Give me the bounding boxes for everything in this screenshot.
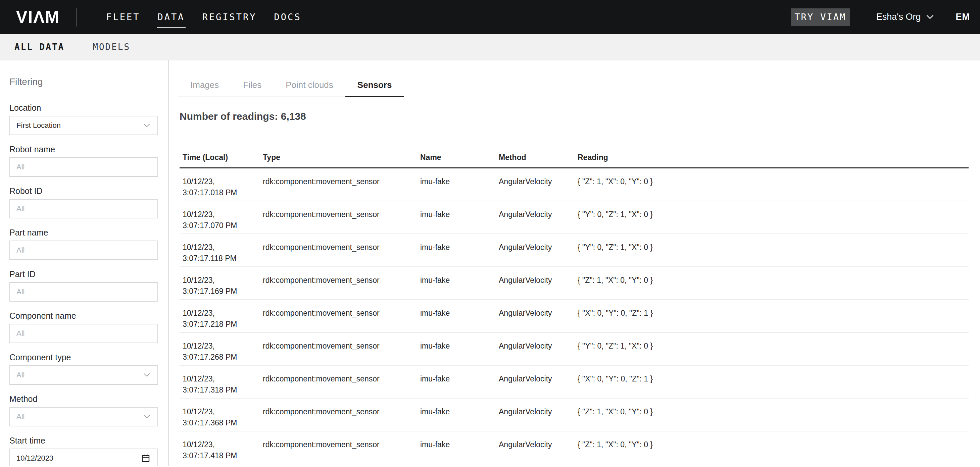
filter-sidebar: Filtering Location First Location Robot …	[0, 60, 169, 466]
part-id-label: Part ID	[10, 269, 159, 279]
sensor-readings-table: Time (Local) Type Name Method Reading 10…	[180, 144, 969, 464]
robot-id-input[interactable]	[10, 199, 158, 218]
cell-time: 10/12/23, 3:07:17.268 PM	[180, 340, 263, 363]
component-name-label: Component name	[10, 311, 159, 321]
cell-name: imu-fake	[420, 439, 499, 450]
table-row: 10/12/23, 3:07:17.368 PM rdk:component:m…	[180, 399, 969, 431]
cell-method: AngularVelocity	[499, 308, 578, 319]
table-body: 10/12/23, 3:07:17.018 PM rdk:component:m…	[180, 168, 969, 464]
cell-method: AngularVelocity	[499, 209, 578, 220]
field-method: Method All	[10, 394, 159, 426]
tab-point-clouds[interactable]: Point clouds	[274, 80, 345, 97]
readings-label: Number of readings:	[180, 111, 278, 122]
top-nav: VIΛM FLEET DATA REGISTRY DOCS TRY VIAM E…	[0, 0, 980, 34]
part-id-input[interactable]	[10, 282, 158, 302]
org-name: Esha's Org	[876, 12, 921, 22]
cell-name: imu-fake	[420, 340, 499, 352]
cell-type: rdk:component:movement_sensor	[263, 275, 420, 286]
cell-reading: { "X": 0, "Y": 0, "Z": 1 }	[578, 308, 969, 319]
cell-type: rdk:component:movement_sensor	[263, 340, 420, 352]
field-robot-name: Robot name	[10, 145, 159, 177]
cell-reading: { "Y": 0, "Z": 1, "X": 0 }	[578, 242, 969, 253]
primary-nav: FLEET DATA REGISTRY DOCS	[106, 12, 301, 22]
method-select[interactable]: All	[10, 407, 158, 426]
tab-images[interactable]: Images	[178, 80, 231, 97]
table-row: 10/12/23, 3:07:17.218 PM rdk:component:m…	[180, 300, 969, 333]
column-header-type: Type	[263, 153, 420, 162]
nav-item-data[interactable]: DATA	[158, 12, 185, 22]
tab-all-data[interactable]: ALL DATA	[14, 42, 64, 52]
table-row: 10/12/23, 3:07:17.169 PM rdk:component:m…	[180, 267, 969, 300]
location-select[interactable]: First Location	[10, 116, 158, 135]
cell-reading: { "Z": 1, "X": 0, "Y": 0 }	[578, 439, 969, 450]
cell-time: 10/12/23, 3:07:17.070 PM	[180, 209, 263, 231]
robot-name-input[interactable]	[10, 157, 158, 177]
cell-method: AngularVelocity	[499, 439, 578, 450]
cell-time: 10/12/23, 3:07:17.218 PM	[180, 308, 263, 330]
avatar[interactable]: EM	[956, 12, 970, 22]
table-row: 10/12/23, 3:07:17.070 PM rdk:component:m…	[180, 201, 969, 234]
nav-divider	[76, 8, 77, 27]
data-type-tabs: Images Files Point clouds Sensors	[178, 80, 969, 97]
tab-models[interactable]: MODELS	[92, 42, 130, 52]
cell-type: rdk:component:movement_sensor	[263, 308, 420, 319]
robot-id-label: Robot ID	[10, 186, 159, 196]
chevron-down-icon	[144, 373, 150, 377]
cell-reading: { "Y": 0, "Z": 1, "X": 0 }	[578, 340, 969, 352]
table-row: 10/12/23, 3:07:17.118 PM rdk:component:m…	[180, 234, 969, 267]
nav-item-fleet[interactable]: FLEET	[106, 12, 140, 22]
table-row: 10/12/23, 3:07:17.268 PM rdk:component:m…	[180, 333, 969, 366]
try-viam-button[interactable]: TRY VIAM	[791, 8, 850, 26]
cell-time: 10/12/23, 3:07:17.418 PM	[180, 439, 263, 461]
readings-value: 6,138	[281, 111, 306, 122]
cell-method: AngularVelocity	[499, 176, 578, 187]
cell-method: AngularVelocity	[499, 340, 578, 352]
chevron-down-icon	[144, 415, 150, 419]
tab-sensors[interactable]: Sensors	[345, 80, 404, 97]
org-switcher[interactable]: Esha's Org	[876, 12, 934, 22]
cell-method: AngularVelocity	[499, 373, 578, 384]
cell-time: 10/12/23, 3:07:17.118 PM	[180, 242, 263, 264]
field-component-type: Component type All	[10, 353, 159, 385]
cell-method: AngularVelocity	[499, 406, 578, 417]
cell-name: imu-fake	[420, 406, 499, 417]
field-part-name: Part name	[10, 228, 159, 260]
component-type-value: All	[16, 371, 24, 380]
robot-name-label: Robot name	[10, 145, 159, 154]
nav-item-docs[interactable]: DOCS	[274, 12, 301, 22]
field-robot-id: Robot ID	[10, 186, 159, 218]
column-header-reading: Reading	[578, 153, 969, 162]
column-header-name: Name	[420, 153, 499, 162]
part-name-label: Part name	[10, 228, 159, 238]
cell-type: rdk:component:movement_sensor	[263, 439, 420, 450]
readings-count: Number of readings: 6,138	[180, 111, 969, 122]
viam-logo[interactable]: VIΛM	[16, 9, 60, 25]
method-label: Method	[10, 394, 159, 404]
start-date-input[interactable]: 10/12/2023	[10, 448, 158, 466]
tab-files[interactable]: Files	[231, 80, 274, 97]
cell-reading: { "Z": 1, "X": 0, "Y": 0 }	[578, 176, 969, 187]
main-panel: Images Files Point clouds Sensors Number…	[169, 60, 980, 466]
component-name-input[interactable]	[10, 324, 158, 343]
topnav-right: TRY VIAM Esha's Org EM	[791, 8, 970, 26]
table-row: 10/12/23, 3:07:17.318 PM rdk:component:m…	[180, 366, 969, 399]
sidebar-title: Filtering	[10, 76, 159, 87]
viam-app: VIΛM FLEET DATA REGISTRY DOCS TRY VIAM E…	[0, 0, 980, 467]
cell-reading: { "Y": 0, "Z": 1, "X": 0 }	[578, 209, 969, 220]
cell-reading: { "X": 0, "Y": 0, "Z": 1 }	[578, 373, 969, 384]
cell-time: 10/12/23, 3:07:17.169 PM	[180, 275, 263, 297]
component-type-select[interactable]: All	[10, 365, 158, 385]
chevron-down-icon	[926, 15, 934, 19]
field-start-time: Start time 10/12/2023 03:07:00 PM	[10, 436, 159, 466]
start-date-value: 10/12/2023	[16, 454, 53, 463]
column-header-time: Time (Local)	[180, 153, 263, 162]
location-value: First Location	[16, 121, 61, 130]
start-time-label: Start time	[10, 436, 159, 446]
cell-time: 10/12/23, 3:07:17.318 PM	[180, 373, 263, 396]
cell-reading: { "Z": 1, "X": 0, "Y": 0 }	[578, 275, 969, 286]
part-name-input[interactable]	[10, 241, 158, 260]
component-type-label: Component type	[10, 353, 159, 362]
table-header: Time (Local) Type Name Method Reading	[180, 144, 969, 168]
cell-name: imu-fake	[420, 176, 499, 187]
nav-item-registry[interactable]: REGISTRY	[202, 12, 257, 22]
